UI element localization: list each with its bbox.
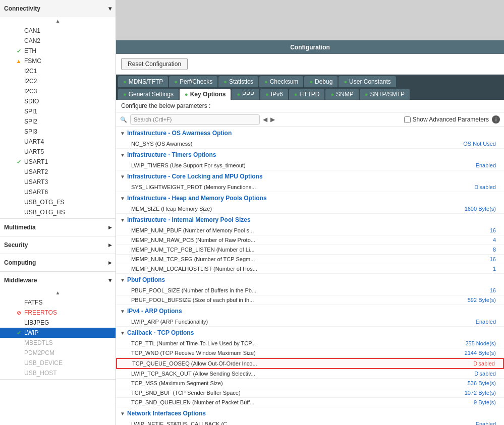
tab-httpd[interactable]: ● HTTPD — [289, 89, 325, 100]
search-bar: 🔍 ◀ ▶ Show Advanced Parameters i — [116, 112, 504, 127]
tab-statistics[interactable]: ● Statistics — [218, 76, 258, 87]
sidebar-item-spi2[interactable]: SPI2 — [0, 116, 116, 127]
sidebar-item-usart6[interactable]: USART6 — [0, 187, 116, 197]
sidebar-item-libjpeg[interactable]: LIBJPEG — [0, 318, 116, 328]
info-icon[interactable]: i — [492, 115, 500, 124]
sidebar-item-lwip[interactable]: ✔ LWIP — [0, 328, 116, 338]
param-pbuf-pool-size[interactable]: PBUF_POOL_SIZE (Number of Buffers in the… — [116, 286, 504, 295]
sidebar-item-i2c1[interactable]: I2C1 — [0, 66, 116, 76]
tab-key-options[interactable]: ● Key Options — [180, 89, 231, 100]
section-collapse-icon: ▼ — [120, 174, 125, 179]
sidebar-section-label: Computing — [4, 259, 36, 266]
tab-checksum-icon: ● — [264, 79, 268, 85]
param-lwip-timers[interactable]: LWIP_TIMERS (Use Support For sys_timeout… — [116, 161, 504, 170]
scroll-up-arrow[interactable]: ▲ — [0, 17, 116, 25]
sidebar-item-uart4[interactable]: UART4 — [0, 137, 116, 147]
sidebar-header-security[interactable]: Security ▸ — [0, 236, 116, 254]
sidebar-item-pdm2pcm[interactable]: PDM2PCM — [0, 348, 116, 358]
sidebar-item-usb-otg-fs[interactable]: USB_OTG_FS — [0, 197, 116, 207]
sidebar-item-can1[interactable]: CAN1 — [0, 26, 116, 36]
sidebar-item-mbedtls[interactable]: MBEDTLS — [0, 338, 116, 348]
param-memp-tcp-pcb-listen[interactable]: MEMP_NUM_TCP_PCB_LISTEN (Number of Li...… — [116, 245, 504, 255]
sidebar-header-connectivity[interactable]: Connectivity ▾ — [0, 0, 116, 17]
tab-checksum[interactable]: ● Checksum — [259, 76, 303, 87]
param-tcp-mss[interactable]: TCP_MSS (Maximum Segment Size) 536 Byte(… — [116, 379, 504, 388]
section-timers[interactable]: ▼ Infrastructure - Timers Options — [116, 149, 504, 161]
section-heap-memory[interactable]: ▼ Infrastructure - Heap and Memory Pools… — [116, 192, 504, 204]
sidebar-header-middleware[interactable]: Middleware ▾ — [0, 272, 116, 289]
prev-icon[interactable]: ◀ — [263, 116, 267, 123]
tab-debug[interactable]: ● Debug — [304, 76, 338, 87]
section-network-interfaces[interactable]: ▼ Network Interfaces Options — [116, 407, 504, 419]
section-collapse-icon: ▼ — [120, 277, 125, 283]
sidebar-item-sdio[interactable]: SDIO — [0, 96, 116, 106]
sidebar-item-usb-device[interactable]: USB_DEVICE — [0, 358, 116, 368]
chevron-right-icon: ▸ — [108, 259, 111, 266]
param-lwip-netif-status[interactable]: LWIP_NETIF_STATUS_CALLBACK (C... Enabled — [116, 419, 504, 425]
sidebar-section-label: Middleware — [4, 277, 37, 284]
sidebar-item-spi1[interactable]: SPI1 — [0, 106, 116, 116]
tab-ipv6-icon: ● — [265, 91, 269, 97]
param-tcp-ttl[interactable]: TCP_TTL (Number of Time-To-Live Used by … — [116, 339, 504, 348]
sidebar-item-i2c3[interactable]: I2C3 — [0, 86, 116, 96]
show-advanced-checkbox[interactable] — [404, 116, 411, 123]
sidebar-item-i2c2[interactable]: I2C2 — [0, 76, 116, 86]
freertos-status-icon: ⊘ — [15, 310, 22, 316]
param-tcp-snd-buf[interactable]: TCP_SND_BUF (TCP Sender Buffer Space) 10… — [116, 388, 504, 398]
sidebar-item-usb-host[interactable]: USB_HOST — [0, 368, 116, 378]
top-spacer — [116, 0, 504, 40]
tab-ppp[interactable]: ● PPP — [232, 89, 259, 100]
sidebar-item-usb-otg-hs[interactable]: USB_OTG_HS — [0, 207, 116, 217]
param-lwip-arp[interactable]: LWIP_ARP (ARP Functionality) Enabled — [116, 317, 504, 327]
section-core-locking[interactable]: ▼ Infrastructure - Core Locking and MPU … — [116, 170, 504, 183]
section-collapse-icon: ▼ — [120, 196, 125, 201]
reset-configuration-button[interactable]: Reset Configuration — [121, 58, 188, 70]
tab-sntp[interactable]: ● SNTP/SMTP — [360, 89, 410, 100]
sidebar-item-fatfs[interactable]: FATFS — [0, 297, 116, 308]
tab-user-constants[interactable]: ● User Constants — [339, 76, 396, 87]
param-tcp-snd-queuelen[interactable]: TCP_SND_QUEUELEN (Number of Packet Buff.… — [116, 398, 504, 407]
param-sys-lightweight[interactable]: SYS_LIGHTWEIGHT_PROT (Memory Functions..… — [116, 183, 504, 192]
param-memp-pbuf[interactable]: MEMP_NUM_PBUF (Number of Memory Pool s..… — [116, 226, 504, 235]
search-input[interactable] — [130, 114, 260, 125]
sidebar-item-freertos[interactable]: ⊘ FREERTOS — [0, 308, 116, 318]
param-no-sys[interactable]: NO_SYS (OS Awarness) OS Not Used — [116, 139, 504, 149]
sidebar-item-spi3[interactable]: SPI3 — [0, 127, 116, 137]
section-callback-tcp[interactable]: ▼ Callback - TCP Options — [116, 327, 504, 339]
sidebar-header-computing[interactable]: Computing ▸ — [0, 254, 116, 271]
param-memp-localhostlist[interactable]: MEMP_NUM_LOCALHOSTLIST (Number of Hos...… — [116, 264, 504, 274]
tab-ipv6[interactable]: ● IPv6 — [260, 89, 288, 100]
section-os-awarness[interactable]: ▼ Infrastructure - OS Awarness Option — [116, 127, 504, 139]
param-pbuf-pool-bufsize[interactable]: PBUF_POOL_BUFSIZE (Size of each pbuf in … — [116, 295, 504, 305]
sidebar-item-eth[interactable]: ✔ ETH — [0, 46, 116, 56]
sidebar-item-fsmc[interactable]: ▲ FSMC — [0, 56, 116, 66]
tab-snmp[interactable]: ● SNMP — [325, 89, 358, 100]
usart1-status-icon: ✔ — [15, 159, 22, 165]
sidebar-section-multimedia: Multimedia ▸ — [0, 219, 116, 236]
sidebar-item-usart1[interactable]: ✔ USART1 — [0, 157, 116, 167]
sidebar-item-uart5[interactable]: UART5 — [0, 147, 116, 157]
section-arp[interactable]: ▼ IPv4 - ARP Options — [116, 305, 504, 317]
param-tcp-wnd[interactable]: TCP_WND (TCP Receive Window Maximum Size… — [116, 348, 504, 358]
tab-perf[interactable]: ● Perf/Checks — [169, 76, 217, 87]
tab-mdns[interactable]: ● MDNS/TFTP — [118, 76, 168, 87]
param-lwip-tcp-sack[interactable]: LWIP_TCP_SACK_OUT (Allow Sending Selecti… — [116, 369, 504, 379]
param-tcp-queue-ooseq[interactable]: TCP_QUEUE_OOSEQ (Allow Out-Of-Order Inco… — [116, 358, 504, 369]
sidebar-item-usart2[interactable]: USART2 — [0, 167, 116, 177]
show-advanced-container: Show Advanced Parameters — [404, 116, 489, 123]
param-memp-tcp-seg[interactable]: MEMP_NUM_TCP_SEG (Number of TCP Segm... … — [116, 255, 504, 264]
next-icon[interactable]: ▶ — [270, 116, 275, 123]
param-mem-size[interactable]: MEM_SIZE (Heap Memory Size) 1600 Byte(s) — [116, 204, 504, 214]
sidebar-header-multimedia[interactable]: Multimedia ▸ — [0, 219, 116, 236]
sidebar-item-usart3[interactable]: USART3 — [0, 177, 116, 187]
param-memp-raw-pcb[interactable]: MEMP_NUM_RAW_PCB (Number of Raw Proto...… — [116, 235, 504, 245]
configure-label: Configure the below parameters : — [116, 100, 504, 112]
section-pbuf[interactable]: ▼ Pbuf Options — [116, 274, 504, 286]
section-collapse-icon: ▼ — [120, 152, 125, 158]
sidebar: Connectivity ▾ ▲ CAN1 CAN2 ✔ ETH ▲ FSMC — [0, 0, 116, 425]
scroll-up-arrow-2[interactable]: ▲ — [0, 289, 116, 296]
section-internal-memory[interactable]: ▼ Infrastructure - Internal Memory Pool … — [116, 214, 504, 226]
sidebar-item-can2[interactable]: CAN2 — [0, 36, 116, 46]
tab-general[interactable]: ● General Settings — [118, 89, 179, 100]
sidebar-section-label: Security — [4, 241, 28, 249]
